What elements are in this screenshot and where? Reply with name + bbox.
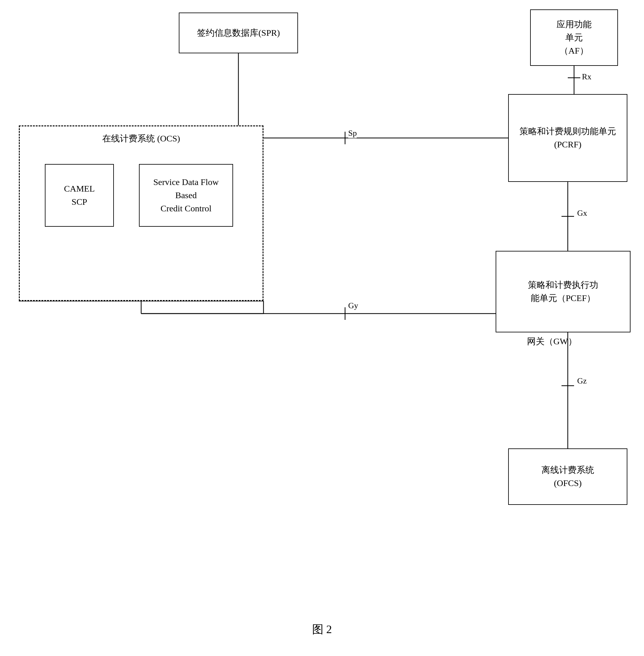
ocs-label: 在线计费系统 (OCS) bbox=[102, 133, 180, 145]
gw-label: 网关（GW） bbox=[527, 335, 577, 347]
diagram: 签约信息数据库(SPR) 应用功能 单元 （AF） 策略和计费规则功能单元 (P… bbox=[0, 0, 644, 656]
camel-box: CAMEL SCP bbox=[45, 164, 114, 227]
figure-caption: 图 2 bbox=[312, 622, 332, 637]
pcrf-label: 策略和计费规则功能单元 (PCRF) bbox=[520, 125, 616, 151]
ofcs-box: 离线计费系统 (OFCS) bbox=[508, 448, 627, 505]
gy-label: Gy bbox=[348, 301, 358, 310]
ofcs-label: 离线计费系统 (OFCS) bbox=[542, 464, 594, 490]
af-label: 应用功能 单元 （AF） bbox=[556, 18, 592, 57]
spr-box: 签约信息数据库(SPR) bbox=[179, 13, 298, 53]
spr-label: 签约信息数据库(SPR) bbox=[197, 26, 280, 40]
gz-label: Gz bbox=[577, 376, 586, 386]
camel-label: CAMEL SCP bbox=[64, 182, 95, 209]
af-box: 应用功能 单元 （AF） bbox=[530, 9, 618, 66]
sdf-box: Service Data Flow Based Credit Control bbox=[139, 164, 233, 227]
sdf-label: Service Data Flow Based Credit Control bbox=[154, 175, 218, 215]
rx-label: Rx bbox=[582, 72, 591, 81]
pcef-label: 策略和计费执行功 能单元（PCEF） bbox=[528, 278, 598, 305]
sp-label: Sp bbox=[348, 128, 356, 138]
pcrf-box: 策略和计费规则功能单元 (PCRF) bbox=[508, 94, 627, 182]
ocs-container: 在线计费系统 (OCS) CAMEL SCP Service Data Flow… bbox=[19, 125, 263, 301]
gx-label: Gx bbox=[577, 209, 587, 218]
pcef-box: 策略和计费执行功 能单元（PCEF） bbox=[496, 251, 630, 332]
